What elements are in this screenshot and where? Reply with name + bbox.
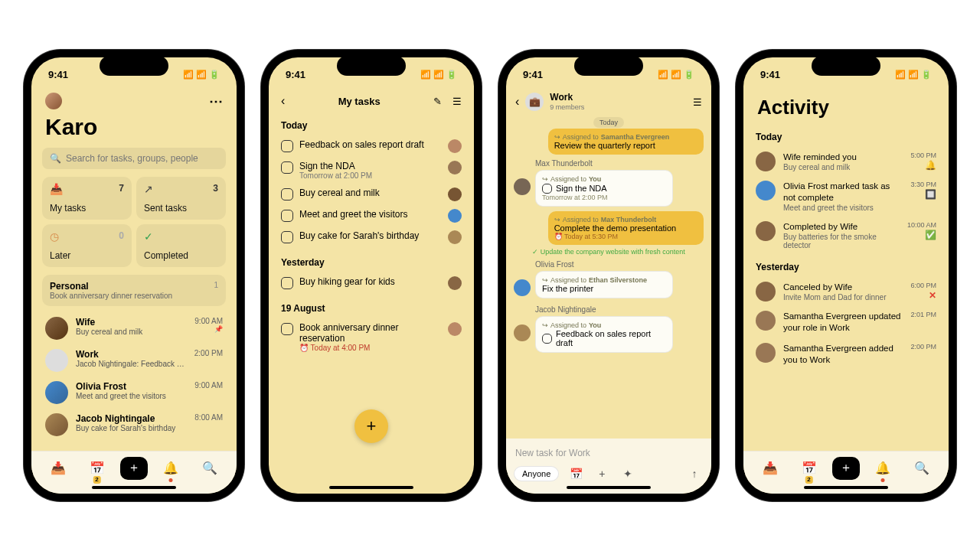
- task-row[interactable]: Buy hiking gear for kids: [279, 272, 463, 294]
- status-indicators: 📶 📶 🔋: [183, 70, 220, 80]
- task-row[interactable]: Buy cake for Sarah's birthday: [279, 227, 463, 248]
- task-row[interactable]: Sign the NDATomorrow at 2:00 PM: [279, 157, 463, 184]
- task-sub: Tomorrow at 2:00 PM: [299, 171, 442, 180]
- tile-count: 7: [119, 183, 124, 194]
- activity-row[interactable]: Samantha Evergreen updated your role in …: [754, 306, 938, 338]
- sender-name: Jacob Nightingale: [535, 305, 704, 314]
- checkbox[interactable]: [281, 188, 293, 201]
- chat-subtitle: 9 members: [550, 103, 584, 111]
- checkbox[interactable]: [281, 140, 293, 152]
- back-icon[interactable]: ‹: [515, 95, 519, 109]
- activity-sub: Buy batteries for the smoke detector: [783, 233, 900, 249]
- phone-home: 9:41 📶 📶 🔋 ⋯ Karo 🔍 Search for tasks, gr…: [24, 50, 244, 501]
- conversation-row[interactable]: Work Jacob Nightingale: Feedback on sale…: [42, 344, 226, 377]
- task-title: Fix the printer: [542, 284, 666, 293]
- activity-sub: Meet and greet the visitors: [783, 204, 903, 212]
- tile-completed[interactable]: ✓ Completed: [136, 224, 226, 267]
- activity-time: 3:30 PM: [910, 181, 936, 188]
- message-bubble[interactable]: ↪Assigned to You Sign the NDA Tomorrow a…: [535, 170, 673, 207]
- conversation-row[interactable]: Wife Buy cereal and milk 9:00 AM 📌: [42, 312, 226, 344]
- tab-badge: 2: [805, 476, 812, 484]
- convo-name: Wife: [76, 317, 187, 328]
- sparkle-icon[interactable]: ✦: [619, 465, 637, 483]
- checkbox[interactable]: [281, 231, 293, 243]
- tab-search[interactable]: 🔍: [194, 455, 225, 482]
- message-bubble[interactable]: ↪Assigned to Ethan Silverstone Fix the p…: [535, 271, 673, 298]
- checkbox[interactable]: [542, 334, 552, 344]
- task-row[interactable]: Feedback on sales report draft: [279, 135, 463, 157]
- personal-section[interactable]: Personal Book anniversary dinner reserva…: [42, 275, 226, 306]
- avatar: [45, 381, 68, 404]
- notch: [574, 56, 643, 76]
- section-header: Today: [754, 127, 938, 147]
- tab-calendar[interactable]: 📅2: [794, 455, 825, 482]
- phone-chat: 9:41 📶 📶 🔋 ‹ 💼 Work 9 members ☰ Today ↪A…: [498, 50, 719, 501]
- forward-icon: ↪: [542, 276, 548, 284]
- inbox-icon: 📥: [50, 183, 124, 195]
- status-indicators: 📶 📶 🔋: [658, 70, 694, 80]
- checkbox[interactable]: [281, 161, 293, 174]
- activity-row[interactable]: Olivia Frost marked task as not complete…: [754, 176, 938, 217]
- tab-add[interactable]: ＋: [120, 457, 148, 480]
- tab-activity[interactable]: 🔔: [867, 455, 898, 482]
- page-title: Activity: [754, 91, 938, 127]
- section-header: Yesterday: [279, 253, 463, 272]
- more-icon[interactable]: ⋯: [209, 93, 223, 109]
- app-title: Karo: [42, 112, 226, 148]
- tab-activity[interactable]: 🔔: [155, 455, 186, 482]
- conversation-row[interactable]: Olivia Frost Meet and greet the visitors…: [42, 377, 226, 409]
- edit-icon[interactable]: ✎: [433, 96, 442, 107]
- message-bubble[interactable]: ↪Assigned to You Feedback on sales repor…: [535, 316, 673, 353]
- fab-add[interactable]: +: [354, 409, 388, 443]
- tile-my-tasks[interactable]: 📥 7 My tasks: [42, 177, 132, 220]
- checkbox[interactable]: [281, 277, 293, 289]
- status-time: 9:41: [760, 69, 780, 80]
- profile-avatar[interactable]: [45, 93, 62, 109]
- search-input[interactable]: 🔍 Search for tasks, groups, people: [42, 148, 226, 169]
- page-title: My tasks: [338, 96, 381, 107]
- sender-name: Olivia Frost: [535, 260, 704, 269]
- notch: [100, 56, 168, 76]
- tab-add[interactable]: ＋: [832, 457, 860, 480]
- section-title: Personal: [50, 281, 218, 292]
- avatar: [45, 317, 68, 340]
- send-icon[interactable]: ↑: [685, 465, 704, 483]
- forward-icon: ↪: [554, 133, 560, 141]
- tile-later[interactable]: ◷ 0 Later: [42, 224, 132, 267]
- tab-calendar[interactable]: 📅2: [82, 455, 113, 482]
- notch: [812, 56, 880, 76]
- activity-row[interactable]: Wife reminded youBuy cereal and milk 5:0…: [754, 147, 938, 176]
- back-icon[interactable]: ‹: [281, 94, 285, 108]
- task-sub: ⏰ Today at 4:00 PM: [299, 344, 442, 352]
- activity-row[interactable]: Canceled by WifeInvite Mom and Dad for d…: [754, 277, 938, 306]
- task-row[interactable]: Book anniversary dinner reservation⏰ Tod…: [279, 318, 463, 356]
- message-bubble[interactable]: ↪Assigned to Max Thunderbolt Complete th…: [548, 211, 704, 245]
- tab-inbox[interactable]: 📥: [43, 455, 74, 482]
- activity-row[interactable]: Samantha Evergreen added you to Work 2:0…: [754, 338, 938, 370]
- message-bubble[interactable]: ↪Assigned to Samantha Evergreen Review t…: [548, 129, 704, 155]
- avatar: [45, 349, 68, 372]
- checkbox[interactable]: [542, 184, 552, 194]
- activity-row[interactable]: Completed by WifeBuy batteries for the s…: [754, 217, 938, 254]
- tile-sent-tasks[interactable]: ↗ 3 Sent tasks: [136, 177, 226, 220]
- tile-label: Sent tasks: [144, 203, 218, 214]
- plus-icon[interactable]: +: [593, 465, 611, 483]
- tab-inbox[interactable]: 📥: [755, 455, 786, 482]
- checkbox[interactable]: [281, 323, 293, 335]
- composer-input[interactable]: New task for Work: [514, 445, 704, 465]
- task-row[interactable]: Buy cereal and milk: [279, 184, 463, 205]
- conversation-row[interactable]: Jacob Nightingale Buy cake for Sarah's b…: [42, 409, 226, 441]
- task-title: Feedback on sales report draft: [556, 329, 666, 347]
- check-icon: ✓: [144, 230, 218, 243]
- filter-icon[interactable]: ☰: [693, 96, 702, 108]
- status-indicators: 📶 📶 🔋: [420, 70, 457, 80]
- filter-icon[interactable]: ☰: [452, 96, 462, 107]
- calendar-icon[interactable]: 📅: [567, 465, 585, 483]
- checkbox[interactable]: [281, 210, 293, 222]
- sender-avatar: [514, 178, 531, 195]
- tile-count: 0: [119, 230, 124, 241]
- group-avatar[interactable]: 💼: [525, 93, 544, 111]
- task-row[interactable]: Meet and greet the visitors: [279, 205, 463, 227]
- assignee-chip[interactable]: Anyone: [514, 466, 559, 481]
- tab-search[interactable]: 🔍: [906, 455, 937, 482]
